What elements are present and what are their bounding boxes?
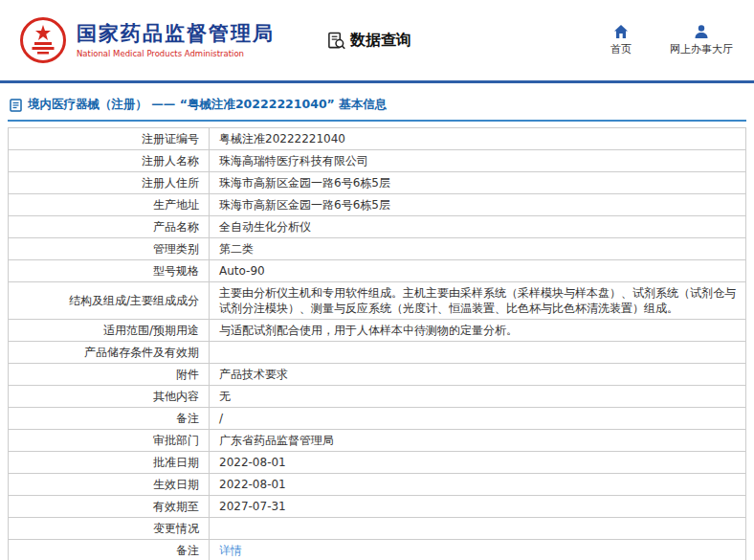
row-label: 产品名称 (9, 216, 210, 238)
table-row: 型号规格Auto-90 (9, 260, 746, 282)
registration-info-table: 注册证编号粤械注准20222221040注册人名称珠海高瑞特医疗科技有限公司注册… (8, 127, 746, 560)
row-value: 2027-07-31 (210, 496, 746, 518)
table-row: 审批部门广东省药品监督管理局 (9, 430, 746, 452)
table-row: 有效期至2027-07-31 (9, 496, 746, 518)
data-query-title: 数据查询 (327, 31, 411, 51)
row-label: 备注 (9, 540, 210, 560)
table-row: 备注详情 (9, 540, 746, 560)
row-value: 珠海高瑞特医疗科技有限公司 (210, 150, 746, 172)
person-icon (694, 24, 709, 39)
row-label: 其他内容 (9, 386, 210, 408)
table-row: 变更情况 (9, 518, 746, 540)
title-underline (8, 120, 746, 122)
row-label: 附件 (9, 364, 210, 386)
table-row: 附件产品技术要求 (9, 364, 746, 386)
row-value: 广东省药品监督管理局 (210, 430, 746, 452)
document-icon (10, 99, 22, 112)
row-value: Auto-90 (210, 260, 746, 282)
header-nav: 首页 网上办事大厅 (610, 24, 733, 56)
row-value: 珠海市高新区金园一路6号6栋5层 (210, 172, 746, 194)
row-value: 详情 (210, 540, 746, 560)
table-row: 注册人名称珠海高瑞特医疗科技有限公司 (9, 150, 746, 172)
table-row: 生产地址珠海市高新区金园一路6号6栋5层 (9, 194, 746, 216)
table-row: 结构及组成/主要组成成分主要由分析仪主机和专用软件组成。主机主要由采样系统（采样… (9, 282, 746, 320)
org-name-en: National Medical Products Administration (77, 49, 275, 58)
row-label: 审批部门 (9, 430, 210, 452)
data-query-icon (327, 32, 345, 50)
page-title: 境内医疗器械（注册） —— “粤械注准20222221040” 基本信息 (28, 97, 387, 113)
row-label: 注册人名称 (9, 150, 210, 172)
national-emblem-logo (19, 16, 67, 64)
row-label: 适用范围/预期用途 (9, 320, 210, 342)
row-label: 结构及组成/主要组成成分 (9, 282, 210, 320)
table-row: 管理类别第二类 (9, 238, 746, 260)
row-label: 产品储存条件及有效期 (9, 342, 210, 364)
row-value: 无 (210, 386, 746, 408)
logo-block: 国家药品监督管理局 National Medical Products Admi… (19, 16, 275, 64)
nav-home[interactable]: 首页 (610, 24, 632, 56)
nav-home-label: 首页 (610, 42, 632, 56)
row-label: 管理类别 (9, 238, 210, 260)
page-title-row: 境内医疗器械（注册） —— “粤械注准20222221040” 基本信息 (8, 89, 746, 120)
nav-online-hall-label: 网上办事大厅 (670, 42, 733, 56)
table-row: 备注/ (9, 408, 746, 430)
row-label: 有效期至 (9, 496, 210, 518)
row-value: 2022-08-01 (210, 452, 746, 474)
row-label: 注册证编号 (9, 128, 210, 150)
row-label: 批准日期 (9, 452, 210, 474)
row-value: 第二类 (210, 238, 746, 260)
org-names: 国家药品监督管理局 National Medical Products Admi… (77, 22, 275, 57)
table-row: 批准日期2022-08-01 (9, 452, 746, 474)
details-link[interactable]: 详情 (219, 544, 242, 557)
site-header: 国家药品监督管理局 National Medical Products Admi… (0, 0, 754, 80)
row-value (210, 518, 746, 540)
org-name-cn: 国家药品监督管理局 (77, 22, 275, 45)
table-row: 生效日期2022-08-01 (9, 474, 746, 496)
table-row: 其他内容无 (9, 386, 746, 408)
row-label: 注册人住所 (9, 172, 210, 194)
row-value: 与适配试剂配合使用，用于人体样本中待测物的定量分析。 (210, 320, 746, 342)
row-value: 全自动生化分析仪 (210, 216, 746, 238)
row-value: 产品技术要求 (210, 364, 746, 386)
row-label: 型号规格 (9, 260, 210, 282)
row-value (210, 342, 746, 364)
main-content: 境内医疗器械（注册） —— “粤械注准20222221040” 基本信息 注册证… (0, 83, 754, 560)
nav-online-hall[interactable]: 网上办事大厅 (670, 24, 733, 56)
row-label: 变更情况 (9, 518, 210, 540)
row-label: 备注 (9, 408, 210, 430)
data-query-label: 数据查询 (350, 31, 411, 51)
row-value: 2022-08-01 (210, 474, 746, 496)
table-row: 适用范围/预期用途与适配试剂配合使用，用于人体样本中待测物的定量分析。 (9, 320, 746, 342)
table-row: 产品储存条件及有效期 (9, 342, 746, 364)
row-value: / (210, 408, 746, 430)
table-row: 注册证编号粤械注准20222221040 (9, 128, 746, 150)
home-icon (613, 24, 629, 39)
info-table-body: 注册证编号粤械注准20222221040注册人名称珠海高瑞特医疗科技有限公司注册… (9, 128, 746, 560)
row-value: 珠海市高新区金园一路6号6栋5层 (210, 194, 746, 216)
table-row: 产品名称全自动生化分析仪 (9, 216, 746, 238)
row-value: 主要由分析仪主机和专用软件组成。主机主要由采样系统（采样模块与样本盘）、试剂系统… (210, 282, 746, 320)
row-value: 粤械注准20222221040 (210, 128, 746, 150)
row-label: 生效日期 (9, 474, 210, 496)
row-label: 生产地址 (9, 194, 210, 216)
table-row: 注册人住所珠海市高新区金园一路6号6栋5层 (9, 172, 746, 194)
